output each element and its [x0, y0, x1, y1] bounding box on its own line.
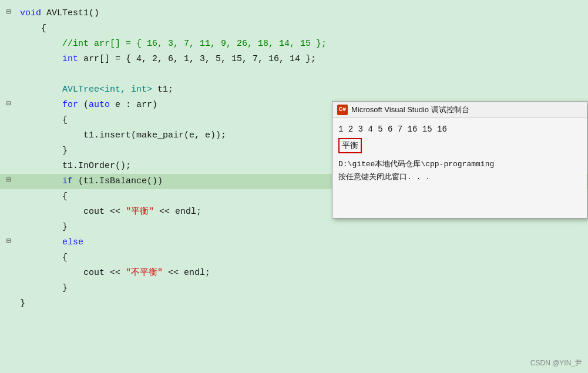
- code-token: }: [62, 146, 68, 156]
- code-token: auto: [89, 100, 110, 110]
- line-content: {: [18, 21, 588, 36]
- vs-icon: C#: [337, 105, 348, 115]
- code-line: ⊟void AVLTest1(): [0, 6, 588, 21]
- line-gutter: [0, 113, 18, 114]
- code-line: }: [0, 220, 588, 235]
- line-gutter: [0, 189, 18, 190]
- line-content: else: [18, 235, 588, 250]
- code-token: t1;: [152, 85, 173, 95]
- code-line: int arr[] = { 4, 2, 6, 1, 3, 5, 15, 7, 1…: [0, 52, 588, 67]
- code-token: "不平衡": [126, 268, 163, 278]
- line-content: {: [18, 250, 588, 266]
- vs-content: 1 2 3 4 5 6 7 16 15 16 平衡 D:\gitee本地代码仓库…: [332, 118, 587, 189]
- line-gutter: [0, 36, 18, 38]
- line-gutter[interactable]: ⊟: [0, 6, 18, 16]
- vs-numbers-line: 1 2 3 4 5 6 7 16 15 16: [338, 123, 581, 136]
- vs-console-window[interactable]: C# Microsoft Visual Studio 调试控制台 1 2 3 4…: [332, 101, 587, 219]
- code-token: t1.InOrder();: [62, 161, 131, 171]
- code-line: AVLTree<int, int> t1;: [0, 82, 588, 98]
- code-token: {: [62, 115, 68, 125]
- vs-balance-line: 平衡: [338, 138, 581, 153]
- line-gutter[interactable]: ⊟: [0, 174, 18, 184]
- code-token: {: [62, 191, 68, 201]
- line-gutter: [0, 266, 18, 267]
- line-gutter: [0, 52, 18, 53]
- line-content: }: [18, 296, 588, 311]
- code-token: {: [62, 253, 68, 263]
- code-token: << endl;: [163, 268, 210, 278]
- code-token: {: [41, 23, 46, 33]
- line-gutter: [0, 21, 18, 22]
- line-content: cout << "不平衡" << endl;: [18, 266, 588, 281]
- line-content: AVLTree<int, int> t1;: [18, 82, 588, 98]
- vs-title-text: Microsoft Visual Studio 调试控制台: [351, 105, 469, 115]
- code-token: int: [62, 54, 78, 64]
- line-gutter: [0, 204, 18, 206]
- line-gutter: [0, 82, 18, 83]
- code-token: }: [20, 298, 25, 308]
- line-gutter: [0, 143, 18, 145]
- code-line: }: [0, 281, 588, 296]
- code-token: AVLTree<int, int>: [62, 85, 152, 95]
- line-gutter: [0, 220, 18, 221]
- code-token: (: [78, 100, 89, 110]
- line-content: int arr[] = { 4, 2, 6, 1, 3, 5, 15, 7, 1…: [18, 52, 588, 67]
- line-content: }: [18, 281, 588, 296]
- code-line: {: [0, 250, 588, 266]
- line-content: }: [18, 220, 588, 235]
- vs-titlebar: C# Microsoft Visual Studio 调试控制台: [332, 102, 587, 118]
- code-line: cout << "不平衡" << endl;: [0, 266, 588, 281]
- line-gutter: [0, 128, 18, 129]
- code-line: ⊟ else: [0, 235, 588, 250]
- line-content: void AVLTest1(): [18, 6, 588, 21]
- vs-close-hint: 按任意键关闭此窗口. . .: [338, 171, 581, 184]
- code-token: AVLTest1(): [41, 8, 99, 18]
- code-line: }: [0, 296, 588, 311]
- code-line: [0, 67, 588, 82]
- line-gutter: [0, 281, 18, 282]
- line-gutter: [0, 296, 18, 297]
- code-token: }: [62, 283, 68, 293]
- code-editor: ⊟void AVLTest1() { //int arr[] = { 16, 3…: [0, 0, 588, 373]
- code-line: //int arr[] = { 16, 3, 7, 11, 9, 26, 18,…: [0, 36, 588, 52]
- code-token: e : arr): [110, 100, 157, 110]
- line-content: //int arr[] = { 16, 3, 7, 11, 9, 26, 18,…: [18, 36, 588, 52]
- line-gutter[interactable]: ⊟: [0, 235, 18, 246]
- line-gutter[interactable]: ⊟: [0, 98, 18, 108]
- vs-path: D:\gitee本地代码仓库\cpp-programming: [338, 158, 581, 171]
- code-token: void: [20, 8, 41, 18]
- watermark: CSDN @YIN_尹: [530, 358, 582, 368]
- code-token: if: [62, 176, 73, 186]
- code-token: }: [62, 222, 68, 232]
- code-token: t1.insert(make_pair(e, e));: [83, 130, 226, 140]
- line-gutter: [0, 159, 18, 160]
- code-token: arr[] = { 4, 2, 6, 1, 3, 5, 15, 7, 16, 1…: [78, 54, 316, 64]
- code-line: {: [0, 21, 588, 36]
- code-token: << endl;: [154, 207, 201, 217]
- code-token: else: [62, 237, 83, 247]
- code-token: //int arr[] = { 16, 3, 7, 11, 9, 26, 18,…: [62, 39, 327, 49]
- line-gutter: [0, 67, 18, 68]
- code-token: cout <<: [83, 207, 126, 217]
- code-token: for: [62, 100, 78, 110]
- code-token: cout <<: [83, 268, 126, 278]
- code-token: (t1.IsBalance()): [73, 176, 163, 186]
- vs-balance-text: 平衡: [338, 138, 362, 153]
- code-token: "平衡": [126, 207, 154, 217]
- line-gutter: [0, 250, 18, 251]
